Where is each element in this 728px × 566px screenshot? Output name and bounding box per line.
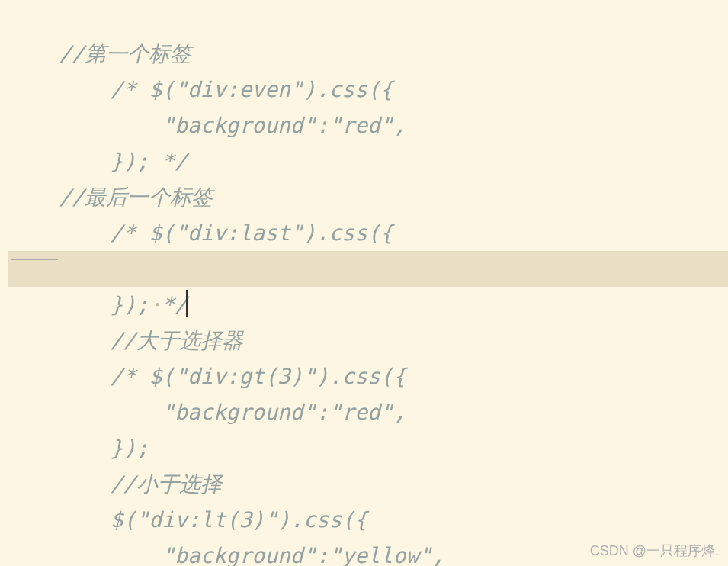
code-line[interactable]: //大于选择器	[8, 287, 728, 323]
code-line[interactable]: "background":"red",	[8, 72, 728, 108]
code-line[interactable]: $("div:lt(3)").css({	[8, 466, 728, 502]
code-line[interactable]: "background":"yellow",	[8, 502, 728, 538]
code-line[interactable]: });	[8, 394, 728, 430]
code-editor[interactable]: //第一个标签 /* $("div:even").css({ "backgrou…	[0, 0, 728, 566]
code-line-active[interactable]: });·*/	[8, 251, 728, 287]
watermark-text: CSDN @一只程序烽.	[590, 542, 719, 560]
bracket-match-indicator	[11, 259, 58, 260]
code-line[interactable]: //最后一个标签	[8, 143, 728, 179]
code-line[interactable]: }); */	[8, 108, 728, 143]
code-line[interactable]: //小于选择	[8, 430, 728, 466]
code-line[interactable]: "background":"red",	[8, 359, 728, 394]
code-line[interactable]: "background":"red",	[8, 215, 728, 251]
code-line[interactable]: //第一个标签	[8, 0, 728, 36]
code-line[interactable]: /* $("div:even").css({	[8, 36, 728, 72]
code-line[interactable]: /* $("div:gt(3)").css({	[8, 323, 728, 359]
code-line[interactable]: /* $("div:last").css({	[8, 179, 728, 215]
